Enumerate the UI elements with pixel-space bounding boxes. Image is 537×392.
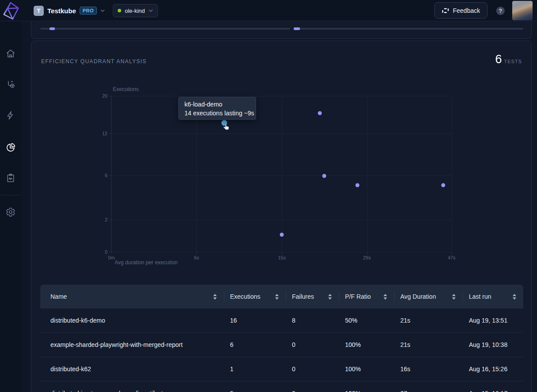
scatter-point[interactable] — [441, 183, 445, 187]
gear-icon — [6, 207, 15, 217]
column-header-label: Last run — [469, 293, 491, 300]
table-cell: 1 — [224, 365, 286, 373]
panel-title: EFFICIENCY QUADRANT ANALYSIS — [41, 58, 146, 65]
gridline-vertical — [452, 96, 452, 252]
workflow-add-icon — [6, 80, 15, 89]
column-header-executions[interactable]: Executions — [224, 285, 286, 308]
column-header-avg-duration[interactable]: Avg Duration — [394, 285, 463, 308]
table-cell: Aug 19, 10:38 — [463, 341, 523, 348]
sort-icon[interactable] — [384, 294, 388, 300]
sort-icon[interactable] — [213, 294, 218, 300]
column-header-p-f-ratio[interactable]: P/F Ratio — [339, 285, 394, 308]
mouse-cursor-icon — [222, 122, 231, 132]
efficiency-quadrant-card: EFFICIENCY QUADRANT ANALYSIS 6 TESTS Exe… — [31, 41, 532, 392]
table-cell: Aug 15, 16:17 — [463, 390, 523, 392]
top-bar: T Testkube PRO ole-kind Feedback ? — [0, 0, 537, 21]
tooltip-text: 14 executions lasting ~9s — [184, 109, 250, 118]
org-avatar: T — [34, 6, 44, 16]
chart-tooltip: k6-load-demo 14 executions lasting ~9s — [178, 97, 256, 120]
table-row[interactable]: distributed-k6-demo16850%21sAug 19, 13:5… — [40, 308, 523, 333]
sort-up-arrow — [452, 294, 456, 296]
feedback-button[interactable]: Feedback — [434, 2, 487, 19]
y-tick-label: 6 — [105, 173, 107, 178]
tests-table: NameExecutionsFailuresP/F RatioAvg Durat… — [40, 285, 523, 392]
table-cell: Aug 19, 13:51 — [463, 317, 523, 324]
environment-name: ole-kind — [125, 8, 145, 14]
sort-down-arrow — [213, 297, 217, 300]
sort-up-arrow — [328, 294, 332, 296]
x-tick-label: 47s — [448, 255, 456, 260]
table-cell: 100% — [339, 390, 394, 392]
tooltip-title: k6-load-demo — [184, 100, 250, 109]
column-divider — [463, 291, 463, 302]
column-header-name[interactable]: Name — [40, 285, 224, 308]
chevron-down-icon — [149, 9, 153, 12]
x-tick-mark — [282, 252, 282, 254]
sidebar-item-insights[interactable] — [0, 137, 21, 158]
table-cell: 16 — [224, 317, 286, 324]
table-cell: 21s — [394, 317, 463, 324]
testkube-logo-icon[interactable] — [2, 1, 20, 22]
slack-icon — [442, 7, 449, 14]
sidebar-item-home[interactable] — [0, 43, 21, 64]
table-row[interactable]: example-sharded-playwright-with-merged-r… — [40, 333, 523, 357]
org-switcher[interactable]: T Testkube PRO — [34, 0, 105, 21]
environment-select[interactable]: ole-kind — [113, 4, 158, 17]
table-cell: 0 — [286, 341, 339, 348]
column-header-failures[interactable]: Failures — [286, 285, 339, 308]
sort-icon[interactable] — [328, 294, 333, 300]
table-cell: 27s — [394, 390, 463, 392]
fragment-bar-segment — [50, 27, 55, 30]
sidebar-item-executions[interactable] — [0, 105, 21, 126]
sort-up-arrow — [513, 294, 516, 296]
sort-up-arrow — [275, 294, 279, 296]
scatter-point[interactable] — [280, 233, 284, 237]
scatter-point[interactable] — [318, 111, 322, 115]
table-cell: 8 — [286, 317, 339, 324]
column-divider — [286, 291, 286, 302]
sort-up-arrow — [213, 294, 217, 296]
table-cell: 0 — [286, 390, 339, 392]
table-row[interactable]: distributed-jmeter-example-config-artifa… — [40, 381, 523, 392]
column-header-last-run[interactable]: Last run — [463, 285, 523, 308]
sort-icon[interactable] — [275, 294, 280, 300]
fragment-bar-track — [294, 28, 523, 30]
tests-count-label: TESTS — [504, 59, 522, 64]
scatter-point[interactable] — [322, 174, 326, 178]
chevron-down-icon — [100, 9, 105, 12]
x-tick-mark — [111, 252, 112, 254]
scatter-point[interactable] — [355, 183, 359, 187]
plot-area: Executions Avg duration per execution k6… — [111, 96, 452, 252]
sidebar-item-workflows[interactable] — [0, 74, 21, 95]
column-header-label: Avg Duration — [400, 293, 436, 300]
sidebar-item-reports[interactable] — [0, 167, 21, 189]
table-header-row: NameExecutionsFailuresP/F RatioAvg Durat… — [40, 285, 523, 308]
pie-chart-icon — [6, 142, 16, 152]
table-cell: 100% — [339, 341, 394, 348]
x-tick-label: 0m — [108, 255, 115, 260]
y-tick-mark — [109, 96, 111, 96]
x-tick-label: 15s — [278, 255, 286, 260]
column-divider — [224, 291, 224, 302]
help-label: ? — [499, 8, 502, 14]
tests-count: 6 TESTS — [495, 53, 522, 66]
table-cell: 0 — [286, 365, 339, 373]
sort-icon[interactable] — [513, 294, 517, 300]
cell-test-name: example-sharded-playwright-with-merged-r… — [40, 341, 224, 348]
sort-icon[interactable] — [452, 294, 456, 300]
help-button[interactable]: ? — [496, 7, 505, 15]
table-cell: 16s — [394, 365, 463, 373]
sort-down-arrow — [513, 297, 516, 300]
y-tick-mark — [109, 133, 111, 134]
column-header-label: P/F Ratio — [345, 293, 371, 300]
y-tick-mark — [109, 220, 111, 220]
y-tick-mark — [109, 175, 111, 176]
gridline-vertical — [282, 96, 282, 252]
table-row[interactable]: distributed-k6210100%16sAug 16, 15:26 — [40, 357, 523, 381]
environment-status-dot — [118, 9, 121, 12]
user-avatar[interactable] — [512, 1, 533, 20]
x-tick-label: 6s — [194, 255, 199, 260]
sidebar-item-settings[interactable] — [0, 202, 21, 223]
report-clipboard-icon — [6, 173, 15, 183]
previous-card-fragment — [31, 21, 532, 39]
